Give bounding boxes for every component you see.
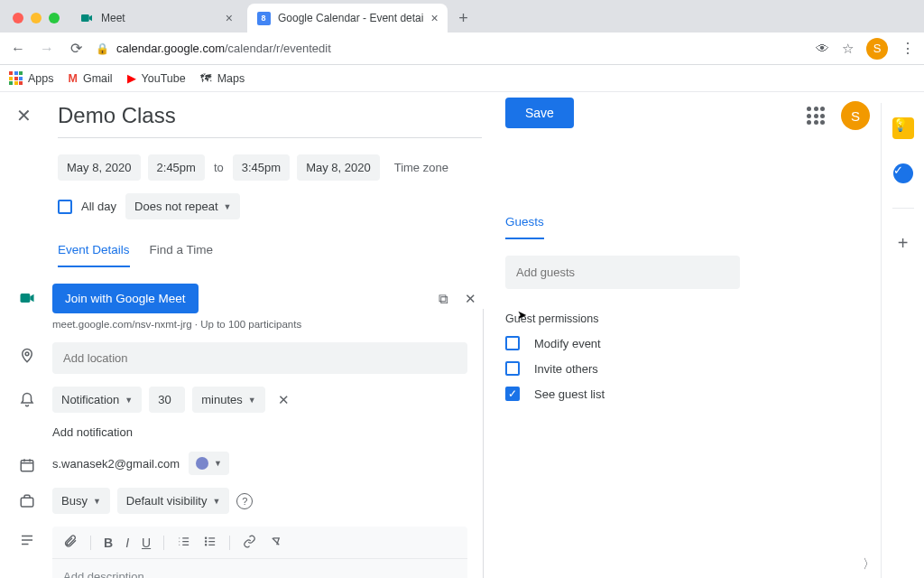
window-controls: [7, 13, 65, 33]
account-avatar[interactable]: S: [841, 101, 870, 130]
all-day-label: All day: [81, 200, 116, 213]
forward-button[interactable]: →: [38, 41, 56, 57]
keep-button[interactable]: 💡: [889, 114, 918, 143]
description-editor: B I U Add description: [52, 527, 467, 578]
event-title-input[interactable]: [58, 103, 487, 128]
see-guest-list-label: See guest list: [534, 387, 605, 401]
chevron-down-icon: ▼: [212, 497, 220, 506]
meet-subtext: meet.google.com/nsv-nxmt-jrg · Up to 100…: [52, 319, 487, 330]
chevron-down-icon: ▼: [224, 202, 232, 211]
youtube-icon: ▶: [127, 71, 136, 85]
availability-dropdown[interactable]: Busy▼: [52, 488, 110, 514]
bookmark-apps[interactable]: Apps: [9, 71, 54, 85]
location-input[interactable]: [52, 342, 467, 374]
chevron-down-icon: ▼: [125, 396, 133, 405]
bell-icon: [16, 387, 38, 408]
briefcase-icon: [16, 488, 38, 509]
notification-type-dropdown[interactable]: Notification▼: [52, 387, 142, 413]
modify-event-checkbox[interactable]: [505, 336, 520, 350]
calendar-color-dropdown[interactable]: ▼: [189, 452, 229, 475]
bulleted-list-icon[interactable]: [203, 535, 217, 551]
close-editor-button[interactable]: ✕: [16, 105, 38, 126]
add-guests-input[interactable]: [505, 256, 740, 289]
start-date-field[interactable]: May 8, 2020: [58, 154, 141, 181]
close-window-button[interactable]: [13, 13, 23, 23]
svg-point-7: [206, 544, 207, 545]
maps-icon: 🗺: [200, 72, 212, 85]
timezone-button[interactable]: Time zone: [394, 161, 448, 174]
visibility-dropdown[interactable]: Default visibility▼: [117, 488, 230, 514]
bookmarks-bar: Apps MGmail ▶YouTube 🗺Maps: [0, 65, 924, 92]
description-icon: [16, 527, 38, 548]
calendar-icon: [16, 452, 38, 473]
invite-others-checkbox[interactable]: [505, 361, 520, 376]
svg-point-2: [25, 352, 29, 356]
description-toolbar: B I U: [52, 527, 467, 559]
clear-formatting-icon[interactable]: [269, 535, 282, 551]
start-time-field[interactable]: 2:45pm: [148, 154, 205, 181]
tab-event-details[interactable]: Event Details: [58, 243, 130, 267]
notification-unit-dropdown[interactable]: minutes▼: [192, 387, 264, 413]
end-date-field[interactable]: May 8, 2020: [297, 154, 380, 181]
tab-guests[interactable]: Guests: [505, 215, 544, 239]
reload-button[interactable]: ⟳: [67, 40, 85, 57]
notification-value-input[interactable]: 30: [149, 387, 185, 413]
bookmark-maps[interactable]: 🗺Maps: [200, 72, 245, 85]
save-button[interactable]: Save: [505, 98, 574, 128]
address-bar: ← → ⟳ 🔒 calendar.google.com/calendar/r/e…: [0, 33, 924, 65]
end-time-field[interactable]: 3:45pm: [233, 154, 290, 181]
all-day-checkbox[interactable]: [58, 200, 72, 214]
description-textarea[interactable]: Add description: [52, 559, 467, 578]
numbered-list-icon[interactable]: [177, 535, 190, 551]
italic-icon[interactable]: I: [125, 536, 129, 550]
expand-panel-icon[interactable]: 〉: [863, 556, 875, 573]
eye-icon[interactable]: 👁: [816, 41, 829, 56]
browser-tab-calendar[interactable]: 8 Google Calendar - Event detai ×: [247, 4, 448, 33]
calendar-email: s.wanasek2@gmail.com: [52, 457, 180, 471]
star-icon[interactable]: ☆: [842, 41, 854, 57]
svg-rect-1: [21, 294, 31, 303]
see-guest-list-checkbox[interactable]: ✓: [505, 387, 520, 401]
apps-launcher-icon[interactable]: [807, 107, 825, 125]
recurrence-dropdown[interactable]: Does not repeat▼: [125, 193, 240, 219]
copy-link-icon[interactable]: ⧉: [439, 291, 448, 307]
add-addon-button[interactable]: +: [889, 228, 918, 257]
bookmark-gmail[interactable]: MGmail: [69, 72, 113, 85]
lock-icon: 🔒: [96, 42, 109, 55]
url-field[interactable]: 🔒 calendar.google.com/calendar/r/evented…: [96, 42, 805, 55]
title-underline: [58, 132, 482, 138]
to-label: to: [212, 161, 226, 174]
remove-meet-icon[interactable]: ✕: [465, 291, 476, 307]
calendar-favicon: 8: [256, 11, 271, 25]
browser-tab-strip: Meet × 8 Google Calendar - Event detai ×…: [0, 0, 924, 33]
profile-avatar[interactable]: S: [866, 38, 888, 60]
close-tab-icon[interactable]: ×: [430, 11, 438, 25]
keep-icon: 💡: [892, 117, 914, 139]
chevron-down-icon: ▼: [214, 459, 222, 468]
underline-icon[interactable]: U: [142, 536, 151, 550]
svg-point-5: [206, 537, 207, 538]
help-icon[interactable]: ?: [236, 493, 253, 509]
maximize-window-button[interactable]: [49, 13, 60, 23]
browser-menu-button[interactable]: ⋮: [901, 40, 915, 57]
attachment-icon[interactable]: [63, 534, 78, 551]
bookmark-youtube[interactable]: ▶YouTube: [127, 71, 186, 85]
minimize-window-button[interactable]: [31, 13, 42, 23]
location-icon: [16, 342, 38, 364]
column-divider: [483, 309, 484, 578]
browser-tab-meet[interactable]: Meet ×: [70, 4, 242, 33]
close-tab-icon[interactable]: ×: [226, 11, 233, 25]
join-meet-button[interactable]: Join with Google Meet: [52, 284, 199, 313]
bold-icon[interactable]: B: [104, 536, 113, 550]
modify-event-label: Modify event: [534, 337, 601, 350]
tasks-button[interactable]: ✓: [889, 159, 918, 188]
back-button[interactable]: ←: [9, 41, 27, 57]
remove-notification-button[interactable]: ✕: [278, 392, 290, 408]
tab-find-a-time[interactable]: Find a Time: [150, 243, 214, 267]
link-icon[interactable]: [243, 535, 256, 551]
chevron-down-icon: ▼: [248, 396, 256, 405]
invite-others-label: Invite others: [534, 362, 598, 376]
new-tab-button[interactable]: +: [451, 5, 476, 31]
tab-title: Meet: [101, 12, 125, 24]
add-notification-button[interactable]: Add notification: [52, 425, 487, 439]
